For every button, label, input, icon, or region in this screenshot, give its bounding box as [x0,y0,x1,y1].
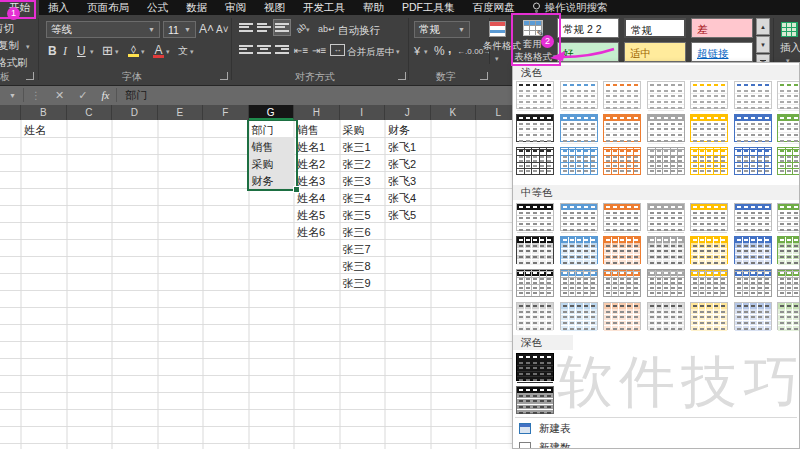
orientation-caret-icon[interactable]: ▾ [306,26,310,34]
table-style-thumb-中等色-13[interactable] [734,236,772,264]
number-format-combo[interactable]: 常规▼ [414,21,470,38]
table-style-thumb-浅色-7[interactable] [777,81,800,109]
table-style-thumb-中等色-26[interactable] [690,302,728,330]
cell-I4[interactable]: 张三3 [343,174,371,189]
tab-开发工具[interactable]: 开发工具 [294,0,354,15]
column-header-B[interactable]: B [21,105,67,120]
table-style-thumb-中等色-22[interactable] [516,302,554,330]
table-style-thumb-浅色-8[interactable] [516,114,554,142]
enter-button[interactable]: ✓ [71,89,94,102]
tab-视图[interactable]: 视图 [255,0,294,15]
table-style-thumb-浅色-13[interactable] [734,114,772,142]
table-style-thumb-中等色-21[interactable] [777,269,800,297]
table-style-thumb-中等色-25[interactable] [647,302,685,330]
cell-J6[interactable]: 张飞5 [388,208,416,223]
table-style-thumb-中等色-16[interactable] [560,269,598,297]
table-style-thumb-浅色-15[interactable] [516,147,554,175]
cell-I5[interactable]: 张三4 [343,191,371,206]
borders-caret-icon[interactable]: ▾ [115,48,119,56]
table-style-thumb-浅色-6[interactable] [734,81,772,109]
cell-J4[interactable]: 张飞3 [388,174,416,189]
table-style-thumb-中等色-3[interactable] [603,203,641,231]
align-bottom-button[interactable] [274,20,290,35]
column-header-I[interactable]: I [340,105,386,120]
cell-style-超链接[interactable]: 超链接 [691,42,753,62]
cell-J1[interactable]: 财务 [388,123,410,138]
cell-J5[interactable]: 张飞4 [388,191,416,206]
insert-button[interactable]: 插入 [780,41,800,55]
underline-caret-icon[interactable]: ▾ [90,48,94,56]
cell-H4[interactable]: 姓名3 [297,174,325,189]
table-style-thumb-中等色-18[interactable] [647,269,685,297]
cell-H5[interactable]: 姓名4 [297,191,325,206]
tab-插入[interactable]: 插入 [39,0,78,15]
column-header-H[interactable]: H [294,105,340,120]
font-size-combo[interactable]: 11▼ [163,21,196,38]
table-style-thumb-浅色-9[interactable] [560,114,598,142]
alignment-dialog-launcher[interactable] [398,72,406,80]
table-style-thumb-浅色-3[interactable] [603,81,641,109]
formula-input[interactable]: 部门 [125,88,147,103]
fill-color-caret-icon[interactable]: ▾ [141,48,145,56]
table-style-thumb-浅色-14[interactable] [777,114,800,142]
increase-indent-button[interactable]: ⇥≡ [312,43,326,59]
currency-caret-icon[interactable]: ▾ [424,48,428,56]
clipboard-dialog-launcher[interactable] [26,72,34,80]
table-style-thumb-中等色-1[interactable] [516,203,554,231]
column-header-A-sliver[interactable] [0,105,21,120]
table-style-thumb-中等色-5[interactable] [690,203,728,231]
formula-bar-resize-handle[interactable]: ⋮ [24,90,48,101]
table-style-thumb-浅色-12[interactable] [690,114,728,142]
table-style-thumb-中等色-2[interactable] [560,203,598,231]
table-style-thumb-中等色-23[interactable] [560,302,598,330]
number-dialog-launcher[interactable] [480,72,488,80]
column-header-C[interactable]: C [67,105,113,120]
menu-item-新建数[interactable]: 新建数 [513,439,799,449]
increase-decimal-button[interactable]: ←.0 [457,44,472,60]
table-style-thumb-浅色-10[interactable] [603,114,641,142]
align-left-button[interactable] [238,42,254,57]
table-style-thumb-中等色-19[interactable] [690,269,728,297]
column-header-F[interactable]: F [203,105,249,120]
styles-scroll-up-button[interactable]: ▲ [756,18,770,35]
cell-J3[interactable]: 张飞2 [388,157,416,172]
copy-caret-icon[interactable]: ▾ [26,43,30,51]
table-style-thumb-中等色-8[interactable] [516,236,554,264]
tab-审阅[interactable]: 审阅 [216,0,255,15]
underline-button[interactable]: U [77,43,86,59]
merge-center-button[interactable]: 合并后居中 [347,46,395,59]
increase-font-size-button[interactable]: A˄ [199,21,214,37]
table-style-thumb-浅色-21[interactable] [777,147,800,175]
table-style-thumb-中等色-6[interactable] [734,203,772,231]
table-style-thumb-浅色-2[interactable] [560,81,598,109]
decrease-indent-button[interactable]: ⇤≡ [294,43,308,59]
cell-I2[interactable]: 张三1 [343,140,371,155]
tab-公式[interactable]: 公式 [138,0,177,15]
table-style-thumb-浅色-4[interactable] [647,81,685,109]
cell-style-差[interactable]: 差 [691,18,753,38]
table-style-thumb-浅色-20[interactable] [734,147,772,175]
comma-style-button[interactable]: , [448,41,451,57]
table-style-thumb-浅色-16[interactable] [560,147,598,175]
copy-button[interactable]: 复制 [0,39,19,53]
table-style-thumb-中等色-10[interactable] [603,236,641,264]
table-style-thumb-中等色-9[interactable] [560,236,598,264]
table-style-thumb-浅色-19[interactable] [690,147,728,175]
name-box-caret-icon[interactable]: ▼ [0,92,23,99]
borders-button[interactable]: ⊞ [102,43,113,59]
tab-数据[interactable]: 数据 [177,0,216,15]
cell-I9[interactable]: 张三8 [343,259,371,274]
font-color-button[interactable]: A [152,42,165,58]
fill-handle[interactable] [293,186,300,193]
cell-I10[interactable]: 张三9 [343,276,371,291]
column-header-G[interactable]: G [249,105,295,120]
decrease-font-size-button[interactable]: A˅ [216,22,229,38]
table-style-thumb-中等色-7[interactable] [777,203,800,231]
cell-style-常规 2 2[interactable]: 常规 2 2 [557,18,619,38]
cell-H7[interactable]: 姓名6 [297,225,325,240]
font-name-combo[interactable]: 等线▼ [46,21,160,38]
table-style-thumb-浅色-1[interactable] [516,81,554,109]
align-middle-button[interactable] [256,20,272,35]
table-style-thumb-中等色-12[interactable] [690,236,728,264]
wrap-text-button[interactable]: 自动换行 [338,24,380,38]
